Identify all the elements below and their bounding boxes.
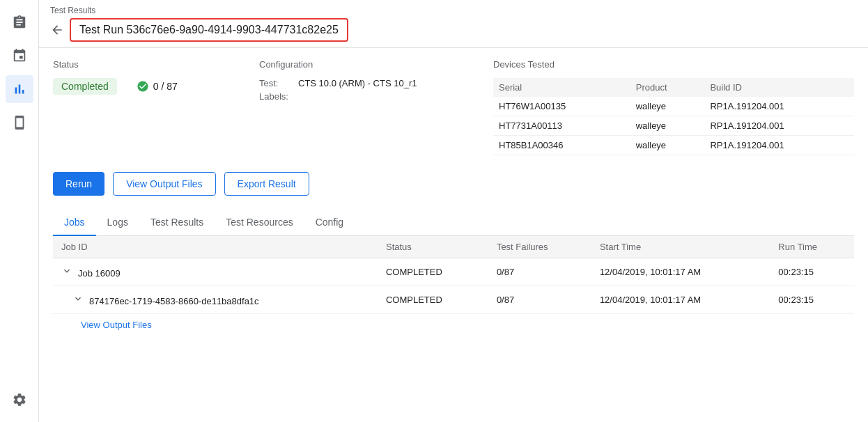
table-row: Job 16009COMPLETED0/8712/04/2019, 10:01:… bbox=[53, 258, 854, 286]
sidebar-item-settings[interactable] bbox=[6, 386, 33, 414]
device-cell-product: walleye bbox=[630, 116, 705, 136]
job-id-cell: Job 16009 bbox=[53, 258, 378, 286]
col-status: Status bbox=[378, 236, 488, 258]
breadcrumb: Test Results bbox=[50, 6, 857, 15]
sidebar bbox=[0, 0, 39, 422]
devices-col-serial: Serial bbox=[493, 78, 630, 97]
sidebar-item-calendar[interactable] bbox=[6, 42, 33, 70]
table-row: 874176ec-1719-4583-8660-de11ba8dfa1cCOMP… bbox=[53, 286, 854, 314]
job-failures-cell: 0/87 bbox=[488, 286, 591, 314]
tab-test-results[interactable]: Test Results bbox=[139, 210, 215, 236]
table-row: HT76W1A00135walleyeRP1A.191204.001 bbox=[493, 97, 854, 116]
header: Test Results Test Run 536c76e6-9a90-4914… bbox=[39, 0, 868, 48]
devices-title: Devices Tested bbox=[493, 59, 854, 70]
info-grid: Status Completed 0 / 87 Configuration Te… bbox=[53, 59, 854, 155]
check-count: 0 / 87 bbox=[153, 81, 178, 92]
tab-config[interactable]: Config bbox=[304, 210, 355, 236]
devices-col-product: Product bbox=[630, 78, 705, 97]
status-check: 0 / 87 bbox=[137, 80, 178, 93]
config-labels-label: Labels: bbox=[259, 91, 293, 102]
job-run-time-cell: 00:23:15 bbox=[770, 286, 854, 314]
job-status-cell: COMPLETED bbox=[378, 286, 488, 314]
devices-col-buildid: Build ID bbox=[704, 78, 854, 97]
rerun-button[interactable]: Rerun bbox=[53, 172, 104, 196]
config-test-label: Test: bbox=[259, 78, 293, 88]
job-start-time-cell: 12/04/2019, 10:01:17 AM bbox=[591, 286, 770, 314]
main-content: Test Results Test Run 536c76e6-9a90-4914… bbox=[39, 0, 868, 422]
job-start-time-cell: 12/04/2019, 10:01:17 AM bbox=[591, 258, 770, 286]
col-start-time: Start Time bbox=[591, 236, 770, 258]
tab-test-resources[interactable]: Test Resources bbox=[215, 210, 304, 236]
device-cell-serial: HT7731A00113 bbox=[493, 116, 630, 136]
expand-icon[interactable] bbox=[72, 293, 84, 304]
expand-icon[interactable] bbox=[61, 265, 72, 276]
jobs-table: Job ID Status Test Failures Start Time R… bbox=[53, 236, 854, 314]
job-failures-cell: 0/87 bbox=[488, 258, 591, 286]
test-run-id: Test Run 536c76e6-9a90-4914-9903-447731c… bbox=[70, 18, 348, 42]
back-button[interactable] bbox=[50, 23, 64, 37]
action-buttons: Rerun View Output Files Export Result bbox=[53, 172, 854, 196]
job-status-cell: COMPLETED bbox=[378, 258, 488, 286]
view-output-button[interactable]: View Output Files bbox=[113, 172, 215, 196]
job-id-text: 874176ec-1719-4583-8660-de11ba8dfa1c bbox=[89, 296, 259, 306]
configuration-section: Configuration Test: CTS 10.0 (ARM) - CTS… bbox=[259, 59, 482, 155]
config-test-row: Test: CTS 10.0 (ARM) - CTS 10_r1 bbox=[259, 78, 482, 88]
status-title: Status bbox=[53, 59, 248, 70]
device-cell-serial: HT76W1A00135 bbox=[493, 97, 630, 116]
config-test-value: CTS 10.0 (ARM) - CTS 10_r1 bbox=[298, 78, 417, 88]
col-job-id: Job ID bbox=[53, 236, 378, 258]
tab-jobs[interactable]: Jobs bbox=[53, 210, 96, 236]
device-cell-build_id: RP1A.191204.001 bbox=[704, 116, 854, 136]
job-id-text: Job 16009 bbox=[78, 268, 121, 279]
col-test-failures: Test Failures bbox=[488, 236, 591, 258]
status-badge: Completed bbox=[53, 78, 117, 95]
device-cell-product: walleye bbox=[630, 97, 705, 116]
job-id-cell: 874176ec-1719-4583-8660-de11ba8dfa1c bbox=[53, 286, 378, 314]
config-labels-row: Labels: bbox=[259, 91, 482, 102]
col-run-time: Run Time bbox=[770, 236, 854, 258]
status-section: Status Completed 0 / 87 bbox=[53, 59, 248, 155]
table-row: HT85B1A00346walleyeRP1A.191204.001 bbox=[493, 136, 854, 155]
device-cell-build_id: RP1A.191204.001 bbox=[704, 97, 854, 116]
devices-section: Devices Tested Serial Product Build ID H… bbox=[493, 59, 854, 155]
table-row: HT7731A00113walleyeRP1A.191204.001 bbox=[493, 116, 854, 136]
tab-logs[interactable]: Logs bbox=[96, 210, 139, 236]
tabs: JobsLogsTest ResultsTest ResourcesConfig bbox=[53, 210, 854, 236]
content-area: Status Completed 0 / 87 Configuration Te… bbox=[39, 48, 868, 422]
device-cell-serial: HT85B1A00346 bbox=[493, 136, 630, 155]
device-cell-build_id: RP1A.191204.001 bbox=[704, 136, 854, 155]
device-cell-product: walleye bbox=[630, 136, 705, 155]
job-run-time-cell: 00:23:15 bbox=[770, 258, 854, 286]
config-title: Configuration bbox=[259, 59, 482, 70]
title-row: Test Run 536c76e6-9a90-4914-9903-447731c… bbox=[50, 18, 857, 47]
devices-table: Serial Product Build ID HT76W1A00135wall… bbox=[493, 78, 854, 155]
view-output-link[interactable]: View Output Files bbox=[53, 314, 152, 336]
sidebar-item-phone[interactable] bbox=[6, 109, 33, 136]
sidebar-item-chart[interactable] bbox=[6, 75, 33, 103]
export-result-button[interactable]: Export Result bbox=[224, 172, 309, 196]
sidebar-item-clipboard[interactable] bbox=[6, 8, 33, 36]
